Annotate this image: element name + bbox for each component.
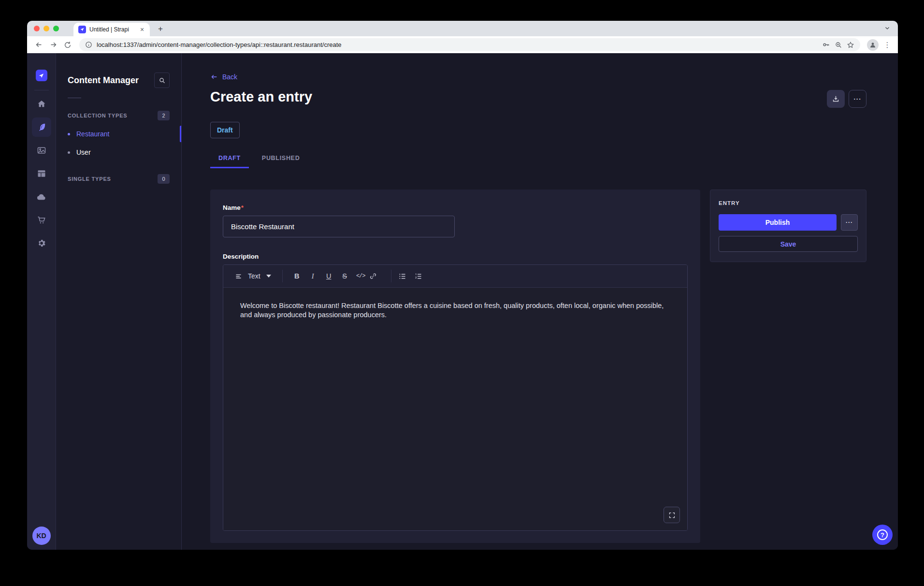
new-tab-button[interactable]: +: [155, 23, 166, 35]
tab-draft[interactable]: DRAFT: [210, 148, 249, 168]
code-button[interactable]: </>: [353, 269, 368, 284]
search-button[interactable]: [154, 73, 170, 88]
toolbar-separator: [282, 270, 283, 282]
browser-tab-strip: Untitled | Strapi × +: [27, 21, 898, 36]
zoom-window-button[interactable]: [53, 26, 59, 31]
nav-marketplace-icon[interactable]: [32, 210, 51, 230]
close-tab-icon[interactable]: ×: [138, 26, 146, 33]
status-badge: Draft: [210, 122, 240, 138]
expand-editor-button[interactable]: [664, 507, 680, 523]
numbered-list-button[interactable]: [414, 269, 429, 284]
publish-button[interactable]: Publish: [719, 214, 837, 231]
nav-home-icon[interactable]: [32, 94, 51, 114]
document-tabs: DRAFT PUBLISHED: [210, 148, 866, 168]
single-types-count-badge: 0: [158, 174, 170, 184]
sidebar-item-label: User: [76, 148, 91, 156]
strapi-favicon: [78, 26, 86, 33]
browser-toolbar: localhost:1337/admin/content-manager/col…: [27, 36, 898, 53]
content-manager-subnav: Content Manager COLLECTION TYPES 2 Resta…: [56, 53, 182, 550]
tab-search-chevron-icon[interactable]: [884, 25, 890, 31]
strapi-app: KD Content Manager COLLECTION TYPES 2 Re…: [27, 53, 898, 550]
collection-types-section: COLLECTION TYPES 2: [56, 111, 181, 120]
tab-published[interactable]: PUBLISHED: [254, 148, 308, 168]
browser-menu-icon[interactable]: ⋮: [881, 39, 893, 51]
save-button[interactable]: Save: [719, 236, 858, 252]
text-style-value: Text: [248, 272, 260, 280]
bullet-icon: [68, 133, 70, 135]
export-download-button[interactable]: [827, 90, 845, 108]
nav-settings-icon[interactable]: [32, 234, 51, 253]
zoom-page-icon[interactable]: [835, 41, 842, 49]
name-input[interactable]: [223, 216, 455, 237]
bulleted-list-button[interactable]: [398, 269, 413, 284]
entry-panel-title: ENTRY: [719, 200, 858, 206]
single-types-label: SINGLE TYPES: [68, 176, 111, 182]
bookmark-star-icon[interactable]: [847, 41, 854, 49]
sidebar-item-restaurant[interactable]: Restaurant: [56, 125, 181, 143]
toolbar-separator: [391, 270, 391, 282]
editor-toolbar: Text B I U S </>: [223, 265, 687, 288]
subnav-title: Content Manager: [68, 75, 139, 86]
name-field-label: Name*: [223, 204, 688, 211]
page-title: Create an entry: [210, 89, 312, 104]
underline-button[interactable]: U: [321, 269, 336, 284]
browser-tab[interactable]: Untitled | Strapi ×: [73, 23, 150, 36]
nav-content-manager-icon[interactable]: [32, 117, 51, 137]
rich-text-editor: Text B I U S </>: [223, 264, 688, 531]
collection-types-label: COLLECTION TYPES: [68, 113, 127, 118]
collection-types-count-badge: 2: [158, 111, 170, 120]
question-mark-icon: ?: [877, 529, 888, 540]
bullet-icon: [68, 151, 70, 154]
strikethrough-button[interactable]: S: [337, 269, 352, 284]
nav-media-library-icon[interactable]: [32, 141, 51, 160]
entry-form-card: Name* Description Text: [210, 190, 700, 543]
description-field-label: Description: [223, 253, 688, 260]
bold-button[interactable]: B: [289, 269, 304, 284]
browser-window: Untitled | Strapi × + localhost:1337/adm…: [27, 21, 898, 550]
url-text[interactable]: localhost:1337/admin/content-manager/col…: [97, 41, 818, 48]
required-mark: *: [241, 204, 244, 211]
site-info-icon[interactable]: [85, 41, 92, 48]
main-nav-rail: KD: [27, 53, 56, 550]
entry-panel: ENTRY Publish ··· Save: [710, 190, 866, 262]
subnav-divider: [68, 98, 81, 98]
nav-content-type-builder-icon[interactable]: [32, 164, 51, 183]
link-button[interactable]: [369, 269, 384, 284]
password-key-icon[interactable]: [822, 41, 830, 49]
strapi-logo[interactable]: [36, 70, 47, 81]
single-types-section: SINGLE TYPES 0: [56, 174, 181, 184]
browser-profile-avatar[interactable]: [867, 39, 879, 51]
minimize-window-button[interactable]: [43, 26, 49, 31]
window-controls: [34, 26, 59, 31]
back-label: Back: [222, 73, 237, 81]
back-nav-icon[interactable]: [32, 38, 45, 52]
nav-divider: [34, 90, 49, 90]
nav-deploy-cloud-icon[interactable]: [32, 187, 51, 206]
tab-title: Untitled | Strapi: [89, 26, 135, 33]
header-more-button[interactable]: ···: [849, 90, 866, 108]
editor-content-area[interactable]: Welcome to Biscotte restaurant! Restaura…: [223, 288, 687, 530]
text-style-dropdown[interactable]: Text: [231, 272, 275, 280]
chevron-down-icon: [266, 275, 271, 278]
sidebar-item-user[interactable]: User: [56, 143, 181, 161]
italic-button[interactable]: I: [305, 269, 320, 284]
entry-more-button[interactable]: ···: [841, 214, 858, 231]
forward-nav-icon[interactable]: [46, 38, 60, 52]
address-bar[interactable]: localhost:1337/admin/content-manager/col…: [79, 38, 860, 51]
back-link[interactable]: Back: [210, 73, 237, 81]
main-content: Back Create an entry ··· Draft DRAFT PUB…: [182, 53, 898, 550]
description-text: Welcome to Biscotte restaurant! Restaura…: [240, 301, 670, 320]
close-window-button[interactable]: [34, 26, 40, 31]
user-avatar[interactable]: KD: [32, 527, 51, 545]
sidebar-item-label: Restaurant: [76, 130, 109, 138]
help-button[interactable]: ?: [872, 525, 893, 545]
reload-icon[interactable]: [61, 38, 74, 52]
